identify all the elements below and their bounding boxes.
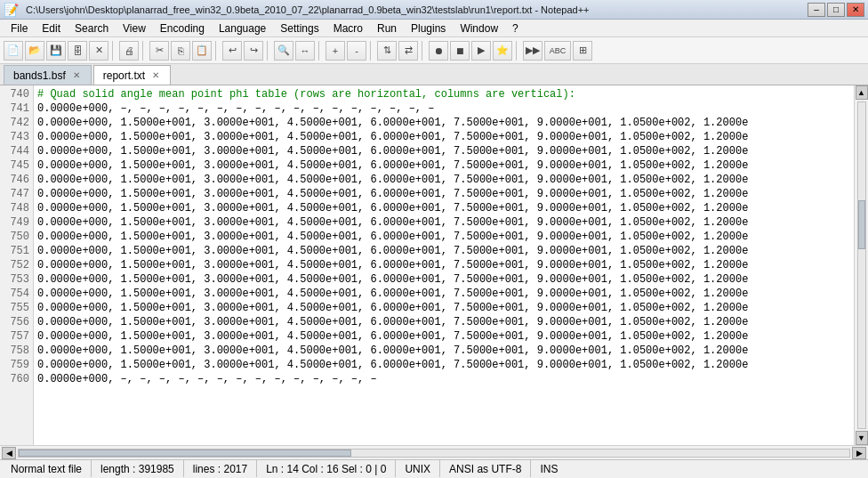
v-scroll-up[interactable]: ▲ bbox=[856, 85, 868, 100]
v-scroll-thumb[interactable] bbox=[858, 200, 865, 249]
run-button[interactable]: ▶▶ bbox=[523, 41, 542, 61]
line-number: 756 bbox=[4, 315, 29, 329]
menu-edit[interactable]: Edit bbox=[35, 20, 68, 36]
tabs-bar: bands1.bsf ✕ report.txt ✕ bbox=[0, 64, 868, 85]
menu-file[interactable]: File bbox=[4, 20, 35, 36]
v-scroll-down[interactable]: ▼ bbox=[856, 431, 868, 445]
h-scroll-right[interactable]: ▶ bbox=[852, 447, 866, 459]
maximize-button[interactable]: □ bbox=[827, 3, 845, 17]
line-number: 746 bbox=[4, 173, 29, 187]
save-button[interactable]: 💾 bbox=[46, 41, 66, 61]
status-encoding: ANSI as UTF-8 bbox=[440, 460, 531, 477]
print-button[interactable]: 🖨 bbox=[119, 41, 139, 61]
separator-8 bbox=[516, 41, 519, 61]
line-number: 740 bbox=[4, 87, 29, 101]
menu-plugins[interactable]: Plugins bbox=[404, 20, 453, 36]
separator-7 bbox=[422, 41, 425, 61]
status-lines: lines : 2017 bbox=[184, 460, 257, 477]
menu-view[interactable]: View bbox=[116, 20, 153, 36]
tab-report[interactable]: report.txt ✕ bbox=[93, 65, 171, 85]
line-number: 748 bbox=[4, 201, 29, 215]
line-number: 750 bbox=[4, 230, 29, 244]
separator-3 bbox=[215, 41, 219, 61]
code-line: 0.0000e+000, 1.5000e+001, 3.0000e+001, 4… bbox=[37, 315, 850, 329]
macro-stop-button[interactable]: ⏹ bbox=[450, 41, 470, 61]
macro-rec-button[interactable]: ⏺ bbox=[429, 41, 448, 61]
line-number: 744 bbox=[4, 144, 29, 158]
sync-button2[interactable]: ⇄ bbox=[398, 41, 418, 61]
code-line: 0.0000e+000, 1.5000e+001, 3.0000e+001, 4… bbox=[37, 358, 850, 372]
line-number: 758 bbox=[4, 344, 29, 358]
v-scroll-track[interactable] bbox=[857, 101, 866, 429]
line-number: 759 bbox=[4, 358, 29, 372]
close-button[interactable]: ✕ bbox=[847, 3, 864, 17]
replace-button[interactable]: ↔ bbox=[295, 41, 315, 61]
code-line: 0.0000e+000, 1.5000e+001, 3.0000e+001, 4… bbox=[37, 116, 850, 130]
code-line: 0.0000e+000, 1.5000e+001, 3.0000e+001, 4… bbox=[37, 244, 850, 258]
new-file-button[interactable]: 📄 bbox=[4, 41, 23, 61]
redo-button[interactable]: ↪ bbox=[244, 41, 263, 61]
line-number: 741 bbox=[4, 101, 29, 116]
indent-button[interactable]: ⊞ bbox=[573, 41, 592, 61]
status-length: length : 391985 bbox=[92, 460, 184, 477]
menu-language[interactable]: Language bbox=[212, 20, 273, 36]
zoom-in-button[interactable]: + bbox=[326, 41, 345, 61]
code-line: 0.0000e+000, 1.5000e+001, 3.0000e+001, 4… bbox=[37, 201, 850, 215]
code-line: 0.0000e+000, –, –, –, –, –, –, –, –, –, … bbox=[37, 101, 850, 116]
v-scrollbar[interactable]: ▲ ▼ bbox=[854, 85, 868, 445]
code-line: 0.0000e+000, 1.5000e+001, 3.0000e+001, 4… bbox=[37, 272, 850, 287]
code-line: # Quad solid angle mean point phi table … bbox=[37, 87, 850, 101]
macro-save-button[interactable]: ⭐ bbox=[493, 41, 512, 61]
undo-button[interactable]: ↩ bbox=[222, 41, 242, 61]
menu-search[interactable]: Search bbox=[68, 20, 116, 36]
zoom-out-button[interactable]: - bbox=[347, 41, 366, 61]
h-scroll-thumb[interactable] bbox=[19, 450, 351, 457]
h-scrollbar[interactable]: ◀ ▶ bbox=[0, 445, 868, 459]
copy-button[interactable]: ⎘ bbox=[171, 41, 190, 61]
menu-encoding[interactable]: Encoding bbox=[153, 20, 212, 36]
menu-settings[interactable]: Settings bbox=[273, 20, 326, 36]
abc-button[interactable]: ABC bbox=[544, 41, 571, 61]
status-position: Ln : 14 Col : 16 Sel : 0 | 0 bbox=[257, 460, 396, 477]
code-line: 0.0000e+000, 1.5000e+001, 3.0000e+001, 4… bbox=[37, 158, 850, 173]
close-file-button[interactable]: ✕ bbox=[89, 41, 108, 61]
paste-button[interactable]: 📋 bbox=[192, 41, 212, 61]
code-line: 0.0000e+000, 1.5000e+001, 3.0000e+001, 4… bbox=[37, 258, 850, 272]
line-number: 749 bbox=[4, 215, 29, 230]
status-eol: UNIX bbox=[396, 460, 440, 477]
code-line: 0.0000e+000, 1.5000e+001, 3.0000e+001, 4… bbox=[37, 187, 850, 201]
tab-report-close[interactable]: ✕ bbox=[150, 70, 161, 81]
sync-scroll-button[interactable]: ⇅ bbox=[377, 41, 397, 61]
separator-6 bbox=[370, 41, 374, 61]
separator-4 bbox=[267, 41, 270, 61]
code-line: 0.0000e+000, 1.5000e+001, 3.0000e+001, 4… bbox=[37, 301, 850, 315]
separator-1 bbox=[112, 41, 116, 61]
line-number: 755 bbox=[4, 301, 29, 315]
status-bar: Normal text file length : 391985 lines :… bbox=[0, 459, 868, 477]
title-text: C:\Users\john\Desktop\planarrad_free_win… bbox=[22, 4, 808, 15]
save-all-button[interactable]: 🗄 bbox=[68, 41, 87, 61]
line-number: 745 bbox=[4, 158, 29, 173]
code-line: 0.0000e+000, 1.5000e+001, 3.0000e+001, 4… bbox=[37, 344, 850, 358]
menu-macro[interactable]: Macro bbox=[326, 20, 370, 36]
line-number: 753 bbox=[4, 272, 29, 287]
macro-play-button[interactable]: ▶ bbox=[471, 41, 491, 61]
menu-run[interactable]: Run bbox=[370, 20, 404, 36]
h-scroll-track[interactable] bbox=[18, 449, 850, 458]
menu-window[interactable]: Window bbox=[453, 20, 505, 36]
code-area[interactable]: # Quad solid angle mean point phi table … bbox=[34, 85, 854, 445]
tab-bands1[interactable]: bands1.bsf ✕ bbox=[4, 65, 92, 85]
find-button[interactable]: 🔍 bbox=[274, 41, 293, 61]
line-number: 754 bbox=[4, 287, 29, 301]
line-number: 751 bbox=[4, 244, 29, 258]
line-number: 752 bbox=[4, 258, 29, 272]
open-file-button[interactable]: 📂 bbox=[25, 41, 44, 61]
h-scroll-left[interactable]: ◀ bbox=[2, 447, 16, 459]
line-number: 743 bbox=[4, 130, 29, 144]
code-line: 0.0000e+000, 1.5000e+001, 3.0000e+001, 4… bbox=[37, 130, 850, 144]
minimize-button[interactable]: – bbox=[808, 3, 825, 17]
tab-bands1-close[interactable]: ✕ bbox=[71, 70, 82, 81]
menu-help[interactable]: ? bbox=[505, 20, 526, 36]
cut-button[interactable]: ✂ bbox=[149, 41, 169, 61]
code-line: 0.0000e+000, 1.5000e+001, 3.0000e+001, 4… bbox=[37, 173, 850, 187]
